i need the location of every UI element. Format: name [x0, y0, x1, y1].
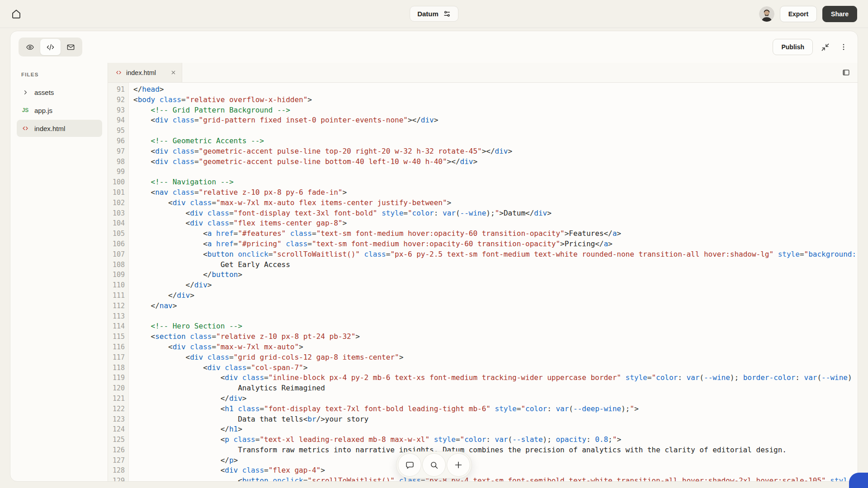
line-number: 103	[108, 208, 129, 219]
sidebar-item-assets[interactable]: assets	[17, 84, 102, 101]
line-number: 114	[108, 321, 129, 332]
line-number: 113	[108, 311, 129, 322]
tab-bar: index.html	[108, 63, 858, 83]
line-number: 108	[108, 260, 129, 270]
code-line: 125 <p class="text-xl leading-relaxed mb…	[108, 435, 858, 445]
line-number: 125	[108, 435, 129, 445]
code-line: 110 </div>	[108, 280, 858, 291]
topbar: Datum Export Share	[0, 0, 868, 28]
code-line: 93 <!-- Grid Pattern Background -->	[108, 105, 858, 116]
code-line: 126 Transform raw metrics into narrative…	[108, 445, 858, 455]
line-number: 122	[108, 404, 129, 414]
code-icon	[46, 43, 55, 52]
tabbar-spacer	[182, 63, 840, 82]
line-number: 100	[108, 177, 129, 188]
line-number: 120	[108, 383, 129, 394]
line-number: 98	[108, 157, 129, 167]
line-number: 115	[108, 332, 129, 342]
code-line: 97 <div class="geometric-accent pulse-li…	[108, 146, 858, 157]
plus-icon	[453, 460, 463, 470]
line-number: 124	[108, 424, 129, 435]
eye-icon	[26, 43, 34, 52]
html-file-icon	[115, 69, 122, 76]
home-button[interactable]	[11, 9, 22, 19]
sidebar-item-indexhtml[interactable]: index.html	[17, 120, 102, 137]
code-line: 124 </h1>	[108, 424, 858, 435]
line-number: 99	[108, 167, 129, 177]
export-button[interactable]: Export	[780, 6, 817, 22]
more-menu-button[interactable]	[838, 41, 849, 53]
collapse-icon	[821, 43, 830, 52]
code-line: 108 Get Early Access	[108, 260, 858, 270]
publish-button[interactable]: Publish	[773, 39, 813, 55]
line-number: 111	[108, 291, 129, 301]
kebab-menu-icon	[840, 43, 848, 51]
line-number: 117	[108, 352, 129, 363]
code-line: 129 <button onclick="scrollToWaitlist()"…	[108, 476, 858, 481]
files-sidebar: FILES assets JS app.js index.html	[10, 63, 108, 481]
code-line: 101 <nav class="relative z-10 px-8 py-6 …	[108, 188, 858, 198]
line-number: 119	[108, 373, 129, 383]
avatar[interactable]	[759, 6, 774, 22]
close-tab-icon[interactable]	[170, 70, 176, 75]
line-number: 95	[108, 126, 129, 136]
topbar-actions: Export Share	[759, 6, 857, 22]
panel-body: FILES assets JS app.js index.html	[10, 63, 858, 481]
line-number: 104	[108, 218, 129, 229]
sidebar-item-appjs[interactable]: JS app.js	[17, 102, 102, 119]
home-icon	[11, 9, 22, 19]
line-number: 128	[108, 465, 129, 476]
view-mode-switcher	[19, 38, 82, 56]
line-number: 112	[108, 301, 129, 311]
line-number: 96	[108, 136, 129, 146]
share-button[interactable]: Share	[822, 6, 857, 22]
line-number: 91	[108, 84, 129, 95]
settings-sliders-icon	[443, 10, 451, 18]
preview-mode-button[interactable]	[20, 39, 40, 55]
line-number: 109	[108, 270, 129, 280]
email-mode-button[interactable]	[61, 39, 81, 55]
line-number: 106	[108, 239, 129, 249]
line-number: 116	[108, 342, 129, 352]
line-number: 102	[108, 198, 129, 208]
code-line: 92<body class="relative overflow-x-hidde…	[108, 95, 858, 105]
code-line: 113	[108, 311, 858, 322]
js-file-icon: JS	[21, 107, 29, 113]
code-line: 114 <!-- Hero Section -->	[108, 321, 858, 332]
line-number: 121	[108, 394, 129, 404]
file-label: assets	[34, 89, 54, 96]
code-line: 96 <!-- Geometric Accents -->	[108, 136, 858, 146]
comment-icon	[405, 460, 415, 470]
toggle-panel-button[interactable]	[840, 63, 852, 82]
tab-label: index.html	[126, 69, 156, 76]
code-line: 116 <div class="max-w-7xl mx-auto">	[108, 342, 858, 352]
comment-button[interactable]	[398, 453, 421, 477]
code-line: 128 <div class="flex gap-4">	[108, 465, 858, 476]
line-number: 97	[108, 146, 129, 157]
line-number: 107	[108, 249, 129, 260]
file-label: app.js	[34, 107, 52, 114]
code-line: 99	[108, 167, 858, 177]
project-switcher[interactable]: Datum	[410, 6, 458, 22]
line-number: 93	[108, 105, 129, 116]
search-button[interactable]	[422, 453, 446, 477]
code-line: 118 <div class="col-span-7">	[108, 363, 858, 373]
collapse-button[interactable]	[819, 41, 831, 53]
code-line: 121 </div>	[108, 394, 858, 404]
line-number: 127	[108, 455, 129, 466]
editor-pane: index.html 91</head>92<body class="relat…	[108, 63, 858, 481]
chevron-right-icon	[21, 89, 29, 96]
line-number: 94	[108, 115, 129, 126]
tab-index-html[interactable]: index.html	[108, 63, 182, 82]
code-mode-button[interactable]	[40, 39, 61, 55]
line-number: 105	[108, 229, 129, 239]
line-number: 92	[108, 95, 129, 105]
code-line: 120 Analytics Reimagined	[108, 383, 858, 394]
corner-accent	[849, 473, 868, 488]
code-line: 94 <div class="grid-pattern fixed inset-…	[108, 115, 858, 126]
line-number: 110	[108, 280, 129, 291]
add-button[interactable]	[447, 453, 470, 477]
code-line: 111 </div>	[108, 291, 858, 301]
code-editor[interactable]: 91</head>92<body class="relative overflo…	[108, 83, 858, 481]
code-line: 123 Data that tells<br/>your story	[108, 414, 858, 425]
